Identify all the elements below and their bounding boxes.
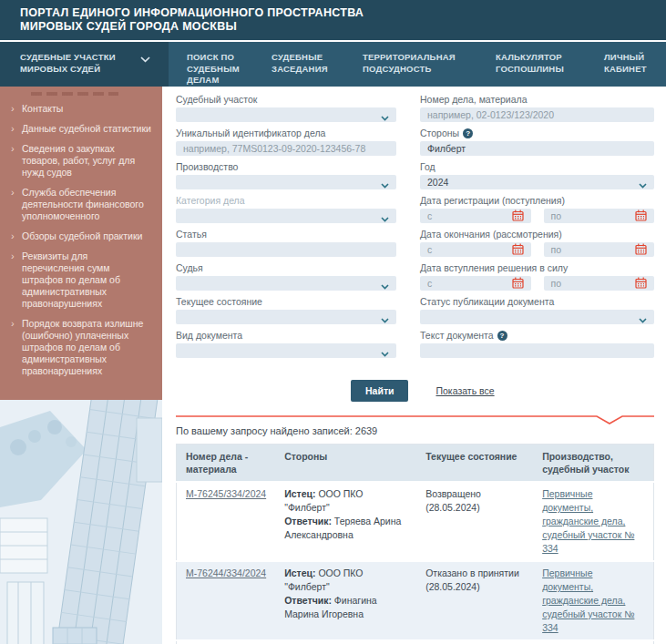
article-input[interactable] [176,242,396,257]
year-label: Год [420,161,654,172]
sidebar-item-contacts[interactable]: › Контакты [9,103,151,115]
case-number-link[interactable]: М-76244/334/2024 [186,567,266,578]
city-aerial-photo [0,400,162,644]
current-state-select[interactable] [176,310,396,324]
col-header-production: Производство, судебный участок [533,445,653,483]
parties-input[interactable] [420,141,654,156]
nav-item-case-search[interactable]: ПОИСК ПО СУДЕБНЫМ ДЕЛАМ [187,42,272,87]
doc-text-label: Текст документа ? [420,330,654,341]
parties-label: Стороны ? [420,128,654,138]
chevron-down-icon [639,314,647,325]
sidebar-item-financial-ombudsman[interactable]: › Служба обеспечения деятельности финанс… [9,187,151,222]
col-header-parties: Стороны [275,445,416,483]
parties-cell: Истец: ООО ПКО "Филберт" Ответчик: Финаг… [275,561,416,640]
status-cell: Возвращено (28.05.2024) [416,482,533,561]
parties-cell: Истец: ООО ПКО "Филберт" Ответчик: Ким В… [275,640,416,644]
judge-select[interactable] [176,276,396,291]
sidebar-menu: › Контакты › Данные судебной статистики … [0,87,162,400]
publication-status-select[interactable] [420,310,654,324]
uid-input[interactable] [176,141,396,156]
chevron-right-icon: › [9,230,22,242]
publication-status-label: Статус публикации документа [420,296,654,307]
court-section-select[interactable] [176,107,396,122]
parties-cell: Истец: ООО ПКО "Филберт" Ответчик: Теряе… [275,482,416,561]
help-icon[interactable]: ? [497,331,507,341]
calendar-icon[interactable] [512,277,524,291]
show-all-link[interactable]: Показать все [435,385,494,396]
registration-date-to-input[interactable]: по [544,209,655,223]
table-row: М-15233/145/2024 Истец: ООО ПКО "Филберт… [177,640,654,644]
results-count: По вашему запросу найдено записей: 2639 [176,425,654,436]
page-title-line2: МИРОВЫХ СУДЕЙ ГОРОДА МОСКВЫ [20,20,666,34]
nav-item-fee-calculator[interactable]: КАЛЬКУЛЯТОР ГОСПОШЛИНЫ [496,42,604,87]
sidebar: › Контакты › Данные судебной статистики … [0,87,162,644]
end-date-to-input[interactable]: по [544,242,655,257]
category-label: Категория дела [176,195,396,206]
article-label: Статья [176,229,396,240]
search-button[interactable]: Найти [351,380,408,402]
doc-type-label: Вид документа [176,330,396,341]
case-number-input[interactable] [420,107,654,122]
main-navigation: СУДЕБНЫЕ УЧАСТКИ МИРОВЫХ СУДЕЙ ПОИСК ПО … [0,40,666,87]
year-select[interactable]: 2024 [420,175,654,189]
chevron-down-icon [381,112,389,123]
effective-date-label: Дата вступления решения в силу [420,262,654,273]
sidebar-item-fine-refund-procedure[interactable]: › Порядок возврата излишне (ошибочно) уп… [9,318,151,377]
table-row: М-76244/334/2024 Истец: ООО ПКО "Филберт… [177,561,654,640]
table-row: М-76245/334/2024 Истец: ООО ПКО "Филберт… [177,482,654,561]
nav-item-territorial-jurisdiction[interactable]: ТЕРРИТОРИАЛЬНАЯ ПОДСУДНОСТЬ [363,42,496,87]
sidebar-item-statistics[interactable]: › Данные судебной статистики [9,123,151,135]
case-number-label: Номер дела, материала [420,94,654,105]
registration-date-label: Дата регистрации (поступления) [420,195,654,206]
sidebar-item-procurement[interactable]: › Сведения о закупках товаров, работ, ус… [9,143,151,179]
calendar-icon[interactable] [635,210,647,223]
nav-item-court-sections[interactable]: СУДЕБНЫЕ УЧАСТКИ МИРОВЫХ СУДЕЙ [0,42,169,87]
court-section-label: Судебный участок [176,94,396,105]
search-form: Судебный участок Уникальный идентификато… [176,94,654,363]
judge-label: Судья [176,262,396,273]
production-link[interactable]: Первичные документы, гражданские дела, с… [542,488,634,554]
production-label: Производство [176,161,396,172]
calendar-icon[interactable] [512,210,524,223]
production-select[interactable] [176,175,396,189]
clipped-menu-item [31,92,118,96]
chevron-right-icon: › [9,143,22,179]
registration-date-from-input[interactable]: с [420,209,531,223]
status-cell: Зарегистрировано (04.06.2024) [416,640,533,644]
end-date-label: Дата окончания (рассмотрения) [420,229,654,240]
chevron-right-icon: › [9,103,22,115]
col-header-case-number: Номер дела - материала [177,445,276,483]
chevron-down-icon [381,213,389,224]
sidebar-item-practice-reviews[interactable]: › Обзоры судебной практики [9,230,151,242]
doc-text-input[interactable] [420,343,654,358]
current-state-label: Текущее состояние [176,296,396,307]
chevron-down-icon [381,348,389,359]
main-content: Судебный участок Уникальный идентификато… [176,94,654,644]
results-table: Номер дела - материала Стороны Текущее с… [176,444,654,644]
sidebar-item-fine-payment-details[interactable]: › Реквизиты для перечисления сумм штрафо… [9,250,151,310]
nav-item-court-sessions[interactable]: СУДЕБНЫЕ ЗАСЕДАНИЯ [272,42,363,87]
chevron-down-icon [381,281,389,291]
calendar-icon[interactable] [635,277,647,291]
nav-item-personal-account[interactable]: ЛИЧНЫЙ КАБИНЕТ [604,42,664,87]
table-header-row: Номер дела - материала Стороны Текущее с… [177,445,654,483]
case-number-link[interactable]: М-76245/334/2024 [186,488,266,499]
page-title: ПОРТАЛ ЕДИНОГО ИНФОРМАЦИОННОГО ПРОСТРАНС… [20,6,666,34]
doc-type-select[interactable] [176,343,396,358]
chevron-right-icon: › [9,250,22,310]
results-separator [176,413,654,424]
chevron-right-icon: › [9,318,22,377]
effective-date-to-input[interactable]: по [544,276,655,291]
production-link[interactable]: Первичные документы, гражданские дела, с… [542,567,634,633]
help-icon[interactable]: ? [463,128,473,138]
status-cell: Отказано в принятии (28.05.2024) [416,561,533,640]
page-title-line1: ПОРТАЛ ЕДИНОГО ИНФОРМАЦИОННОГО ПРОСТРАНС… [20,6,666,20]
chevron-right-icon: › [9,123,22,135]
chevron-down-icon [381,179,389,190]
col-header-current-state: Текущее состояние [416,445,533,483]
calendar-icon[interactable] [512,243,524,257]
end-date-from-input[interactable]: с [420,242,531,257]
category-select[interactable] [176,209,396,223]
calendar-icon[interactable] [635,243,647,257]
effective-date-from-input[interactable]: с [420,276,531,291]
